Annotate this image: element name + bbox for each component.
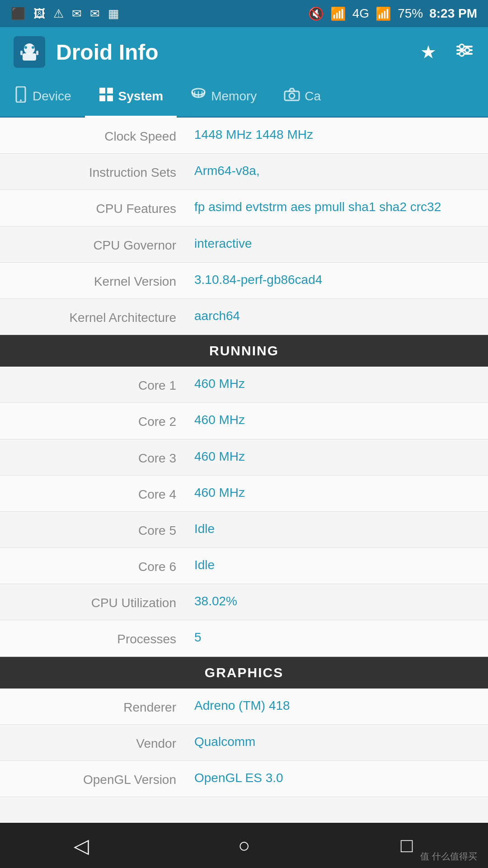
cpu-governor-value: interactive <box>190 235 488 252</box>
row-processes: Processes 5 <box>0 620 488 656</box>
svg-rect-14 <box>99 88 105 94</box>
vendor-value: Qualcomm <box>190 733 488 750</box>
core1-label: Core 1 <box>0 375 190 394</box>
mute-icon: 🔇 <box>308 6 324 21</box>
core4-label: Core 4 <box>0 484 190 503</box>
row-kernel-version: Kernel Version 3.10.84-perf-gb86cad4 <box>0 263 488 299</box>
svg-point-23 <box>289 93 295 99</box>
cpu-features-label: CPU Features <box>0 198 190 217</box>
row-cpu-governor: CPU Governor interactive <box>0 226 488 263</box>
core1-value: 460 MHz <box>190 375 488 392</box>
svg-rect-1 <box>23 53 36 61</box>
row-cpu-features: CPU Features fp asimd evtstrm aes pmull … <box>0 190 488 226</box>
row-vendor: Vendor Qualcomm <box>0 725 488 761</box>
system-tab-icon <box>99 87 114 106</box>
svg-rect-5 <box>36 51 38 55</box>
status-bar: ⬛ 🖼 ⚠ ✉ ✉ ▦ 🔇 📶 4G 📶 75% 8:23 PM <box>0 0 488 27</box>
back-button[interactable]: ◁ <box>63 827 99 863</box>
svg-point-2 <box>24 46 27 49</box>
row-clock-speed: Clock Speed 1448 MHz 1448 MHz <box>0 118 488 154</box>
core2-value: 460 MHz <box>190 411 488 429</box>
processes-label: Processes <box>0 628 190 648</box>
row-opengl: OpenGL Version OpenGL ES 3.0 <box>0 761 488 797</box>
home-button[interactable]: ○ <box>226 827 262 863</box>
core3-value: 460 MHz <box>190 448 488 465</box>
camera-tab-icon <box>284 88 300 105</box>
svg-rect-17 <box>107 95 113 101</box>
content-area: Clock Speed 1448 MHz 1448 MHz Instructio… <box>0 118 488 851</box>
tab-memory-label: Memory <box>211 89 257 104</box>
row-cpu-utilization: CPU Utilization 38.02% <box>0 584 488 620</box>
kernel-arch-label: Kernel Architecture <box>0 307 190 326</box>
clock-speed-value: 1448 MHz 1448 MHz <box>190 126 488 143</box>
cpu-governor-label: CPU Governor <box>0 235 190 254</box>
svg-point-0 <box>24 43 35 54</box>
row-core1: Core 1 460 MHz <box>0 367 488 403</box>
core5-value: Idle <box>190 520 488 538</box>
svg-point-13 <box>20 99 22 101</box>
network-label: 4G <box>352 6 369 21</box>
row-core4: Core 4 460 MHz <box>0 476 488 512</box>
bottom-nav: ◁ ○ □ 值 什么值得买 <box>0 823 488 868</box>
kernel-arch-value: aarch64 <box>190 307 488 325</box>
signal-icon: 📶 <box>375 6 391 21</box>
svg-point-3 <box>32 46 34 49</box>
battery-label: 75% <box>398 6 423 21</box>
email-icon: ✉ <box>72 7 82 21</box>
clock-speed-label: Clock Speed <box>0 126 190 145</box>
row-core6: Core 6 Idle <box>0 548 488 584</box>
cpu-features-value: fp asimd evtstrm aes pmull sha1 sha2 crc… <box>190 198 488 216</box>
core6-label: Core 6 <box>0 556 190 576</box>
tab-system[interactable]: System <box>85 77 177 118</box>
wifi-icon: 📶 <box>330 6 346 21</box>
core2-label: Core 2 <box>0 411 190 430</box>
core4-value: 460 MHz <box>190 484 488 501</box>
svg-rect-4 <box>20 51 23 55</box>
vendor-label: Vendor <box>0 733 190 752</box>
tab-camera[interactable]: Ca <box>270 77 334 118</box>
memory-tab-icon <box>190 87 206 105</box>
svg-rect-16 <box>99 95 105 101</box>
favorite-button[interactable]: ★ <box>420 42 436 62</box>
row-core2: Core 2 460 MHz <box>0 403 488 439</box>
status-bar-left: ⬛ 🖼 ⚠ ✉ ✉ ▦ <box>11 7 119 21</box>
gallery-icon: 🖼 <box>33 7 45 21</box>
svg-point-10 <box>465 48 469 52</box>
tab-memory[interactable]: Memory <box>177 77 270 118</box>
row-core3: Core 3 460 MHz <box>0 439 488 476</box>
cpu-util-value: 38.02% <box>190 592 488 610</box>
app-title: Droid Info <box>56 40 409 65</box>
kernel-version-value: 3.10.84-perf-gb86cad4 <box>190 271 488 288</box>
row-core5: Core 5 Idle <box>0 512 488 548</box>
tab-camera-label: Ca <box>305 89 321 104</box>
app-icon: ▦ <box>108 7 119 21</box>
tab-device[interactable]: Device <box>0 77 85 118</box>
opengl-label: OpenGL Version <box>0 769 190 788</box>
tab-system-label: System <box>118 89 164 104</box>
app-bar-actions: ★ <box>420 40 474 64</box>
row-renderer: Renderer Adreno (TM) 418 <box>0 689 488 725</box>
recents-button[interactable]: □ <box>389 827 425 863</box>
row-kernel-architecture: Kernel Architecture aarch64 <box>0 299 488 335</box>
svg-point-9 <box>460 44 464 49</box>
tab-bar: Device System Memory <box>0 77 488 118</box>
email2-icon: ✉ <box>90 7 100 21</box>
warning-icon: ⚠ <box>53 7 64 21</box>
bbm-icon: ⬛ <box>11 7 25 21</box>
graphics-section-header: GRAPHICS <box>0 657 488 689</box>
device-tab-icon <box>14 86 28 106</box>
instruction-sets-value: Arm64-v8a, <box>190 162 488 179</box>
app-bar: Droid Info ★ <box>0 27 488 77</box>
row-instruction-sets: Instruction Sets Arm64-v8a, <box>0 154 488 190</box>
status-bar-right: 🔇 📶 4G 📶 75% 8:23 PM <box>308 6 477 21</box>
app-logo <box>14 36 45 68</box>
cpu-util-label: CPU Utilization <box>0 592 190 612</box>
core3-label: Core 3 <box>0 448 190 467</box>
svg-point-11 <box>460 52 464 56</box>
instruction-sets-label: Instruction Sets <box>0 162 190 181</box>
renderer-label: Renderer <box>0 697 190 716</box>
time-label: 8:23 PM <box>429 6 477 21</box>
processes-value: 5 <box>190 628 488 646</box>
core5-label: Core 5 <box>0 520 190 539</box>
settings-button[interactable] <box>455 40 474 64</box>
